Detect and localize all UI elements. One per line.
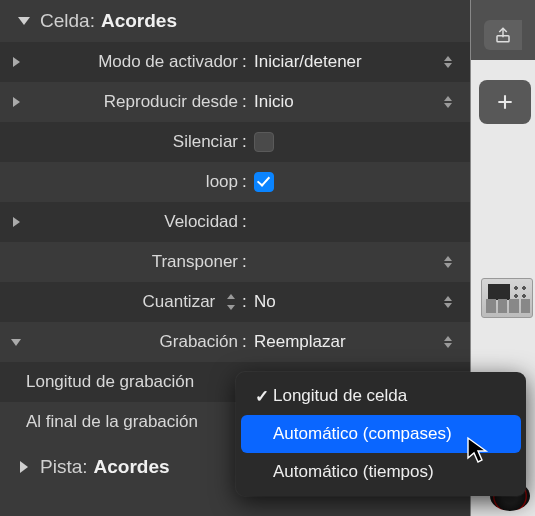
popup-item-auto-beats[interactable]: Automático (tiempos): [241, 453, 521, 491]
popup-item-label: Automático (tiempos): [273, 462, 434, 482]
row-velocity[interactable]: Velocidad:: [0, 202, 470, 242]
label-loop: loop: [26, 172, 242, 192]
disclosure-arrow-icon[interactable]: [6, 332, 26, 352]
checkbox-loop[interactable]: [254, 172, 274, 192]
track-label: Pista:: [40, 456, 88, 478]
popup-item-label: Automático (compases): [273, 424, 452, 444]
rec-length-popup: ✓ Longitud de celda Automático (compases…: [236, 372, 526, 496]
label-transpose: Transponer: [26, 252, 242, 272]
quantize-label-stepper-icon[interactable]: [224, 292, 238, 312]
row-transpose[interactable]: Transponer:: [0, 242, 470, 282]
share-button[interactable]: [484, 20, 522, 50]
disclosure-arrow-icon[interactable]: [6, 52, 26, 72]
popup-item-auto-bars[interactable]: Automático (compases): [241, 415, 521, 453]
label-velocity: Velocidad: [26, 212, 242, 232]
row-play-from[interactable]: Reproducir desde: Inicio: [0, 82, 470, 122]
stepper-icon[interactable]: [440, 42, 456, 82]
row-trigger-mode[interactable]: Modo de activador: Iniciar/detener: [0, 42, 470, 82]
popup-item-label: Longitud de celda: [273, 386, 407, 406]
label-rec-end: Al final de la grabación: [26, 412, 202, 432]
header-label: Celda:: [40, 10, 95, 32]
section-header-cell[interactable]: Celda: Acordes: [0, 0, 470, 42]
track-value: Acordes: [94, 456, 170, 478]
value-record: Reemplazar: [254, 332, 346, 352]
disclosure-arrow-icon[interactable]: [6, 92, 26, 112]
row-quantize[interactable]: Cuantizar : No: [0, 282, 470, 322]
value-quantize: No: [254, 292, 276, 312]
chevron-down-icon: [18, 17, 30, 25]
disclosure-arrow-icon[interactable]: [14, 457, 34, 477]
label-quantize: Cuantizar: [26, 292, 242, 313]
label-rec-length: Longitud de grabación: [26, 372, 198, 392]
stepper-icon[interactable]: [440, 322, 456, 362]
stepper-icon[interactable]: [440, 82, 456, 122]
sampler-thumbnail[interactable]: [481, 278, 533, 318]
value-play-from: Inicio: [254, 92, 294, 112]
label-record: Grabación: [26, 332, 242, 352]
stepper-icon[interactable]: [440, 242, 456, 282]
check-icon: ✓: [251, 386, 273, 407]
plus-icon: [495, 92, 515, 112]
stepper-icon[interactable]: [440, 282, 456, 322]
header-value: Acordes: [101, 10, 177, 32]
row-mute: Silenciar:: [0, 122, 470, 162]
label-trigger-mode: Modo de activador: [26, 52, 242, 72]
row-loop: loop:: [0, 162, 470, 202]
row-record[interactable]: Grabación: Reemplazar: [0, 322, 470, 362]
label-mute: Silenciar: [26, 132, 242, 152]
label-play-from: Reproducir desde: [26, 92, 242, 112]
checkbox-mute[interactable]: [254, 132, 274, 152]
add-button[interactable]: [479, 80, 531, 124]
disclosure-arrow-icon[interactable]: [6, 212, 26, 232]
share-icon: [494, 26, 512, 44]
popup-item-cell-length[interactable]: ✓ Longitud de celda: [241, 377, 521, 415]
value-trigger-mode: Iniciar/detener: [254, 52, 362, 72]
